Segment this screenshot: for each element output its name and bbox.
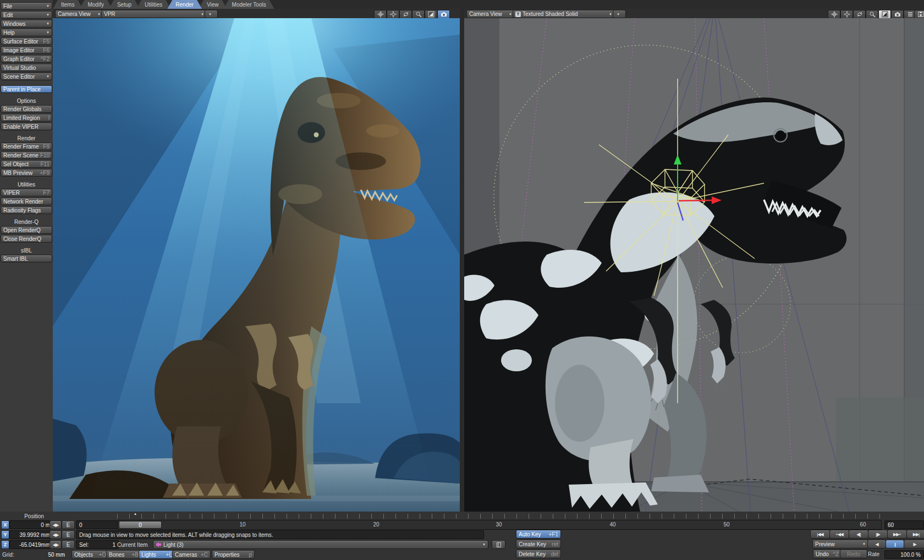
grid-label: Grid:	[2, 552, 14, 558]
tab-render[interactable]: Render	[167, 0, 202, 9]
surface-editor-button[interactable]: Surface EditorF5	[1, 37, 52, 45]
tab-setup[interactable]: Setup	[109, 0, 140, 9]
chevron-down-icon: ▼	[46, 22, 50, 25]
scene-editor-button[interactable]: Scene Editor▼	[1, 73, 52, 80]
sel-object-button[interactable]: Sel ObjectF11	[1, 160, 52, 168]
left-pan-view-icon[interactable]	[387, 10, 399, 19]
tab-view[interactable]: View	[199, 0, 227, 9]
pause-button[interactable]: ||	[886, 540, 904, 548]
viewport-divider[interactable]	[460, 9, 464, 512]
end-frame-field[interactable]: 60	[884, 520, 924, 529]
limited-region-button[interactable]: Limited Regionl	[1, 114, 52, 122]
left-render-mode-dropdown[interactable]: VPR▼	[101, 10, 207, 18]
preview-dropdown[interactable]: Preview▼	[812, 540, 868, 548]
lights-mode-button[interactable]: Lights+L	[139, 550, 175, 559]
right-save-view-icon[interactable]	[914, 10, 924, 19]
render-globals-button[interactable]: Render Globals	[1, 105, 52, 113]
graph-editor-button[interactable]: Graph Editor^F2	[1, 55, 52, 63]
current-item-label: Current Item	[117, 542, 148, 548]
left-minmax-viewport-icon[interactable]	[425, 10, 437, 19]
current-item-dropdown[interactable]: Light (3) ▼	[153, 540, 488, 549]
parent-in-place-button[interactable]: Parent in Place	[1, 85, 52, 93]
image-editor-button[interactable]: Image EditorF6	[1, 46, 52, 54]
step-forward-button[interactable]: ||▶	[868, 530, 888, 539]
left-center-view-icon[interactable]	[374, 10, 387, 19]
bones-mode-button[interactable]: Bones+B	[106, 550, 141, 559]
left-zoom-view-icon[interactable]	[412, 10, 425, 19]
frame-slider-handle[interactable]: 0	[119, 521, 162, 529]
y-position-field[interactable]: 39.9992 mm	[9, 530, 53, 539]
tab-items[interactable]: Items	[53, 0, 82, 9]
item-list-popup-button[interactable]	[492, 540, 505, 549]
auto-key-button[interactable]: Auto Key+F1	[516, 530, 561, 539]
open-renderq-button[interactable]: Open RenderQ	[1, 226, 52, 234]
section-title-options: Options	[0, 98, 53, 104]
objects-mode-button[interactable]: Objects+O	[72, 550, 109, 559]
x-position-field[interactable]: 0 m	[9, 520, 53, 529]
right-minmax-viewport-icon[interactable]	[878, 10, 891, 19]
go-end-button[interactable]: ▶▶|	[906, 530, 924, 539]
properties-button[interactable]: Propertiesp	[212, 550, 255, 559]
right-center-view-icon[interactable]	[828, 10, 840, 19]
tab-modeler-tools[interactable]: Modeler Tools	[224, 0, 274, 9]
menu-windows[interactable]: Windows▼	[1, 20, 52, 28]
play-forward-button[interactable]: ▶	[904, 540, 924, 548]
y-stepper[interactable]: ◀▶	[50, 530, 62, 539]
rate-field[interactable]: 100.0 %	[884, 550, 924, 559]
menu-edit[interactable]: Edit▼	[1, 11, 52, 19]
network-render-button[interactable]: Network Render	[1, 197, 52, 205]
create-key-button[interactable]: Create Keyret	[516, 540, 561, 548]
prev-key-button[interactable]: +◀◀	[829, 530, 849, 539]
y-envelope-button[interactable]: E	[62, 530, 75, 539]
go-start-button[interactable]: |◀◀	[810, 530, 830, 539]
x-axis-button[interactable]: X	[1, 520, 9, 529]
mb-preview-button[interactable]: MB Preview+F9	[1, 169, 52, 177]
right-rotate-view-icon[interactable]	[853, 10, 866, 19]
left-camera-toggle-icon[interactable]	[437, 10, 450, 19]
z-position-field[interactable]: -65.0419mm	[9, 540, 53, 549]
stepper-icon: ◀▶	[53, 542, 58, 547]
panel-icon	[497, 542, 501, 547]
step-back-button[interactable]: ◀||	[849, 530, 868, 539]
undo-button[interactable]: Undo^Z	[813, 550, 842, 558]
left-viewport-menu-button[interactable]: ▼	[205, 10, 218, 18]
smart-ibl-button[interactable]: Smart IBL	[1, 255, 52, 262]
menu-file[interactable]: File▼	[1, 2, 52, 10]
z-stepper[interactable]: ◀▶	[50, 540, 62, 549]
z-axis-button[interactable]: Z	[1, 540, 9, 549]
selection-count-field: Sel:1	[76, 540, 119, 549]
vpr-render-viewport[interactable]	[53, 18, 460, 512]
left-view-type-dropdown[interactable]: Camera View▼	[55, 10, 103, 18]
lightwave-layout-window: File▼ Edit▼ Windows▼ Help▼ Surface Edito…	[0, 0, 924, 560]
right-viewport-menu-button[interactable]: ▼	[613, 10, 626, 18]
x-envelope-button[interactable]: E	[62, 520, 75, 529]
play-reverse-button[interactable]: ◀	[867, 540, 886, 548]
viper-button[interactable]: VIPERF7	[1, 189, 52, 196]
redo-button[interactable]: Redo	[840, 550, 867, 558]
x-stepper[interactable]: ◀▶	[50, 520, 62, 529]
current-frame-field[interactable]: 0	[76, 520, 119, 529]
right-render-mode-dropdown[interactable]: TTextured Shaded Solid▼	[513, 10, 615, 18]
render-frame-button[interactable]: Render FrameF9	[1, 142, 52, 150]
enable-viper-button[interactable]: Enable VIPER	[1, 123, 52, 130]
delete-key-button[interactable]: Delete Keydel	[516, 550, 561, 558]
right-pan-view-icon[interactable]	[840, 10, 853, 19]
menu-help[interactable]: Help▼	[1, 29, 52, 36]
cameras-mode-button[interactable]: Cameras+C	[172, 550, 211, 559]
left-rotate-view-icon[interactable]	[399, 10, 412, 19]
radiosity-flags-button[interactable]: Radiosity Flags	[1, 206, 52, 214]
opengl-shaded-viewport[interactable]	[464, 18, 924, 512]
close-renderq-button[interactable]: Close RenderQ	[1, 235, 52, 243]
render-scene-button[interactable]: Render SceneF10	[1, 151, 52, 159]
tab-utilities[interactable]: Utilities	[136, 0, 170, 9]
section-title-render: Render	[0, 135, 53, 141]
right-camera-toggle-icon[interactable]	[891, 10, 904, 19]
timeline-slider[interactable]: 0 10 20 30 40 50 60	[117, 520, 882, 530]
y-axis-button[interactable]: Y	[1, 530, 9, 539]
right-zoom-view-icon[interactable]	[866, 10, 878, 19]
next-key-button[interactable]: ▶▶+	[887, 530, 907, 539]
virtual-studio-button[interactable]: Virtual Studio	[1, 64, 52, 72]
tab-modify[interactable]: Modify	[79, 0, 112, 9]
right-view-type-dropdown[interactable]: Camera View▼	[466, 10, 515, 18]
z-envelope-button[interactable]: E	[62, 540, 75, 549]
